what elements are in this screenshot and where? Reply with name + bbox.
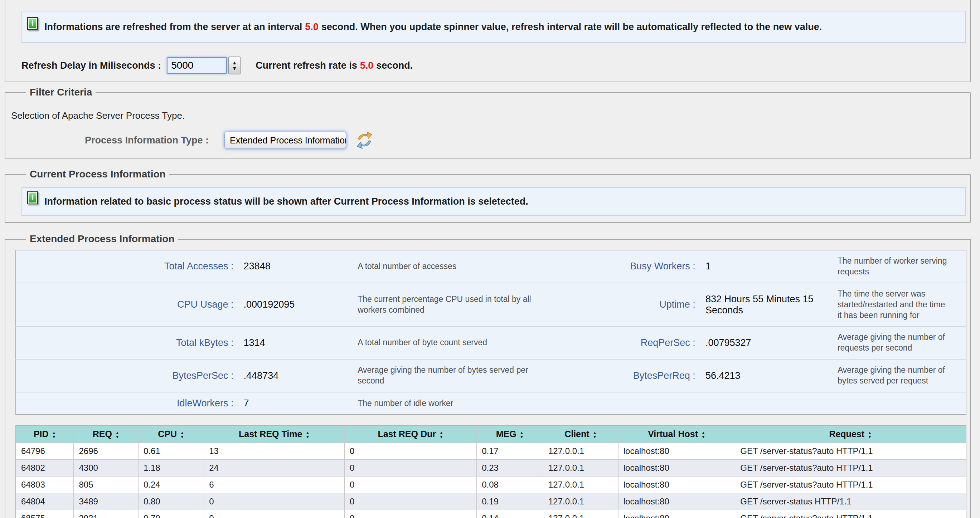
cell-client: 127.0.0.1 <box>543 493 618 510</box>
cell-cpu: 0.24 <box>138 477 204 493</box>
stats-table-body: Total Accesses :23848A total number of a… <box>16 250 966 415</box>
stat-label: Busy Workers : <box>557 250 702 283</box>
stats-table: Total Accesses :23848A total number of a… <box>15 250 966 415</box>
table-row: 648038050.24600.08127.0.0.1localhost:80G… <box>16 477 966 493</box>
column-label: Client <box>565 429 589 439</box>
column-label: Last REQ Dur <box>378 429 436 439</box>
stats-row: Total kBytes :1314A total number of byte… <box>16 326 966 359</box>
stat-label: Total kBytes : <box>16 326 240 359</box>
cell-virtual-host: localhost:80 <box>618 493 735 510</box>
cell-last-req-time: 0 <box>204 510 345 518</box>
sort-icon: ▲▼ <box>115 431 119 439</box>
cell-pid: 68575 <box>16 510 74 518</box>
column-label: Request <box>829 429 864 439</box>
column-label: CPU <box>158 429 177 439</box>
cell-cpu: 0.80 <box>138 493 204 510</box>
current-process-info-text: Information related to basic process sta… <box>45 196 528 207</box>
cell-request: GET /server-status?auto HTTP/1.1 <box>735 443 966 460</box>
stat-value: .448734 <box>240 359 354 392</box>
refresh-delay-input[interactable] <box>167 57 227 74</box>
stat-label: CPU Usage : <box>16 283 240 327</box>
cell-request: GET /server-status HTTP/1.1 <box>735 493 966 510</box>
sort-icon: ▲▼ <box>593 431 597 439</box>
cell-request: GET /server-status?auto HTTP/1.1 <box>735 477 966 493</box>
column-label: MEG <box>496 429 517 439</box>
current-process-info-box: i Information related to basic process s… <box>21 187 966 216</box>
column-label: PID <box>33 429 49 439</box>
stat-value: 56.4213 <box>702 359 834 392</box>
cell-last-req-time: 13 <box>204 443 345 460</box>
stat-desc: The number of idle worker <box>354 392 557 415</box>
stat-desc: Average giving the number of bytes serve… <box>834 359 966 392</box>
cell-cpu: 0.61 <box>138 443 204 460</box>
current-refresh-rate-value: 5.0 <box>360 60 374 71</box>
sort-icon: ▲▼ <box>52 431 56 439</box>
stepper-up-icon[interactable]: ▲ <box>232 60 237 65</box>
cell-req: 805 <box>74 477 138 493</box>
cell-last-req-dur: 0 <box>345 443 477 460</box>
process-type-select[interactable]: Extended Process Information ▲▼ <box>224 132 346 149</box>
stats-row: BytesPerSec :.448734Average giving the n… <box>16 359 966 392</box>
stat-desc <box>834 392 966 415</box>
column-header-last-req-dur[interactable]: Last REQ Dur▲▼ <box>345 425 477 443</box>
refresh-sync-icon[interactable] <box>355 130 374 150</box>
info-icon: i <box>27 17 38 30</box>
stat-label: ReqPerSec : <box>557 326 702 359</box>
cell-pid: 64803 <box>16 477 74 493</box>
stat-value: .000192095 <box>240 283 354 327</box>
refresh-delay-label: Refresh Delay in Miliseconds : <box>21 60 161 71</box>
process-type-selected-value: Extended Process Information <box>225 135 346 146</box>
current-process-fieldset: Current Process Information i Informatio… <box>5 174 971 223</box>
column-header-last-req-time[interactable]: Last REQ Time▲▼ <box>204 425 345 443</box>
process-type-row: Process Information Type : Extended Proc… <box>11 130 966 150</box>
sort-icon: ▲▼ <box>439 431 444 439</box>
refresh-delay-stepper[interactable]: ▲▼ <box>228 57 240 75</box>
cell-pid: 64796 <box>16 443 74 460</box>
column-header-client[interactable]: Client▲▼ <box>543 425 618 443</box>
cell-meg: 0.17 <box>477 443 543 460</box>
cell-last-req-dur: 0 <box>345 510 477 518</box>
stat-desc: Average giving the number of bytes serve… <box>354 359 557 392</box>
column-header-cpu[interactable]: CPU▲▼ <box>138 425 204 443</box>
stat-label: BytesPerReq : <box>557 359 702 392</box>
sort-icon: ▲▼ <box>305 431 310 439</box>
stat-desc: The number of worker serving requests <box>834 250 966 283</box>
stat-label: Uptime : <box>557 283 702 327</box>
cell-last-req-dur: 0 <box>345 460 477 477</box>
stat-value: 23848 <box>240 250 354 283</box>
sort-icon: ▲▼ <box>180 431 185 439</box>
cell-virtual-host: localhost:80 <box>618 460 735 477</box>
refresh-values-legend: Refresh Values <box>26 0 105 2</box>
table-row: 6480434890.80000.19127.0.0.1localhost:80… <box>16 493 966 510</box>
extended-process-legend: Extended Process Information <box>26 233 178 245</box>
stat-value: .00795327 <box>702 326 834 359</box>
cell-client: 127.0.0.1 <box>543 460 618 477</box>
column-header-request[interactable]: Request▲▼ <box>735 425 966 443</box>
refresh-delay-row: Refresh Delay in Miliseconds : ▲▼ Curren… <box>21 57 966 75</box>
stat-label: IdleWorkers : <box>16 392 240 415</box>
table-row: 6479626960.611300.17127.0.0.1localhost:8… <box>16 443 966 460</box>
stepper-down-icon[interactable]: ▼ <box>232 66 237 70</box>
refresh-info-text: Informations are refreshed from the serv… <box>45 21 822 33</box>
column-header-meg[interactable]: MEG▲▼ <box>477 425 543 443</box>
cell-last-req-time: 24 <box>204 460 345 477</box>
cell-req: 3489 <box>74 493 138 510</box>
info-icon: i <box>27 191 38 204</box>
cell-meg: 0.14 <box>477 510 543 518</box>
cell-request: GET /server-status?auto HTTP/1.1 <box>735 510 966 518</box>
cell-pid: 64802 <box>16 460 74 477</box>
stat-value: 832 Hours 55 Minutes 15 Seconds <box>702 283 834 327</box>
column-header-virtual-host[interactable]: Virtual Host▲▼ <box>618 425 735 443</box>
stat-label <box>557 392 702 415</box>
column-header-pid[interactable]: PID▲▼ <box>16 425 74 443</box>
refresh-info-box: i Informations are refreshed from the se… <box>21 11 966 43</box>
process-table: PID▲▼REQ▲▼CPU▲▼Last REQ Time▲▼Last REQ D… <box>15 425 966 518</box>
cell-meg: 0.19 <box>477 493 543 510</box>
filter-description: Selection of Apache Server Process Type. <box>11 110 966 121</box>
column-header-req[interactable]: REQ▲▼ <box>74 425 138 443</box>
stat-desc: The current percentage CPU used in total… <box>354 283 557 327</box>
stat-desc: The time the server was started/restarte… <box>834 283 966 327</box>
stat-label: Total Accesses : <box>16 250 240 283</box>
stat-desc: A total number of accesses <box>354 250 557 283</box>
sort-icon: ▲▼ <box>868 431 872 439</box>
